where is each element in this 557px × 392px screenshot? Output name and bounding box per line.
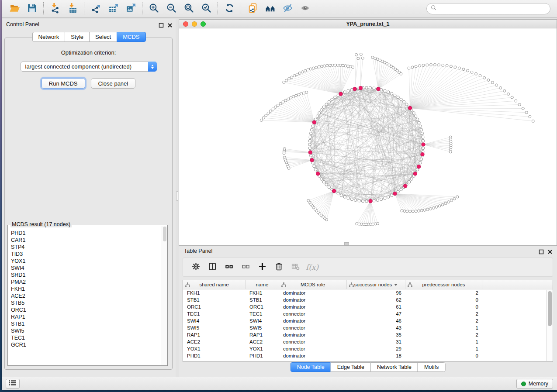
network-node[interactable]: [373, 87, 375, 89]
network-node[interactable]: [287, 167, 290, 169]
float-panel-icon[interactable]: [159, 22, 164, 30]
network-node[interactable]: [293, 75, 296, 77]
open-file-button[interactable]: [6, 1, 23, 16]
mcds-result-item[interactable]: TEC1: [11, 334, 161, 341]
network-node[interactable]: [313, 165, 315, 168]
mcds-result-item[interactable]: SRD1: [11, 272, 161, 279]
column-header-mcds-role[interactable]: MCDS role: [279, 280, 347, 289]
table-row[interactable]: TEC1TEC1connector472: [183, 310, 553, 317]
network-node[interactable]: [331, 64, 334, 66]
zoom-in-button[interactable]: [145, 1, 163, 16]
network-node[interactable]: [401, 210, 403, 212]
mcds-result-item[interactable]: GCR1: [11, 341, 161, 348]
network-node[interactable]: [403, 210, 406, 213]
network-node[interactable]: [334, 96, 336, 99]
table-row[interactable]: ACE2ACE2connector311: [183, 338, 553, 345]
import-network-button[interactable]: [46, 1, 64, 16]
network-node[interactable]: [453, 197, 456, 200]
table-row[interactable]: PHD1PHD1dominator180: [183, 352, 553, 359]
delete-column-button[interactable]: [272, 261, 286, 274]
network-node[interactable]: [432, 206, 435, 209]
network-hub-node[interactable]: [369, 199, 372, 203]
network-node[interactable]: [369, 86, 371, 89]
criterion-select[interactable]: largest connected component (undirected): [21, 62, 157, 72]
network-node[interactable]: [403, 100, 405, 103]
network-node[interactable]: [352, 66, 354, 69]
mcds-result-item[interactable]: FKH1: [11, 285, 161, 292]
network-node[interactable]: [438, 64, 440, 66]
network-node[interactable]: [435, 206, 438, 208]
network-node[interactable]: [421, 132, 423, 134]
network-node[interactable]: [405, 103, 408, 106]
first-neighbors-button[interactable]: [261, 1, 279, 16]
network-node[interactable]: [307, 69, 309, 71]
mcds-result-item[interactable]: RAP1: [11, 313, 161, 320]
network-node[interactable]: [433, 63, 436, 66]
network-node[interactable]: [499, 86, 502, 89]
network-node[interactable]: [288, 78, 291, 80]
network-node[interactable]: [411, 66, 414, 69]
network-node[interactable]: [325, 103, 328, 106]
network-node[interactable]: [358, 199, 360, 202]
show-all-button[interactable]: [296, 1, 314, 16]
network-canvas[interactable]: [179, 28, 557, 245]
table-row[interactable]: YOX1YOX1connector291: [183, 345, 553, 352]
network-node[interactable]: [397, 190, 399, 193]
network-node[interactable]: [420, 158, 422, 160]
network-node[interactable]: [349, 65, 352, 68]
network-hub-node[interactable]: [393, 192, 397, 195]
mcds-result-item[interactable]: TID3: [11, 251, 161, 258]
network-node[interactable]: [303, 92, 305, 94]
close-panel-button[interactable]: Close panel: [91, 78, 136, 89]
tab-select[interactable]: Select: [89, 32, 117, 42]
network-node[interactable]: [355, 53, 358, 56]
network-node[interactable]: [298, 93, 300, 96]
network-node[interactable]: [292, 95, 295, 98]
network-node[interactable]: [350, 198, 353, 200]
network-node[interactable]: [318, 112, 321, 114]
add-column-button[interactable]: [256, 261, 269, 274]
network-node[interactable]: [518, 103, 521, 106]
network-node[interactable]: [331, 98, 333, 101]
network-node[interactable]: [409, 210, 412, 213]
network-node[interactable]: [298, 72, 301, 74]
network-node[interactable]: [417, 210, 420, 212]
network-node[interactable]: [304, 69, 307, 72]
table-row[interactable]: STB1STB1dominator620: [183, 296, 553, 303]
network-node[interactable]: [387, 196, 390, 198]
table-row[interactable]: ORC1ORC1dominator610: [183, 303, 553, 310]
table-row[interactable]: FKH1FKH1dominator962: [183, 289, 553, 296]
network-node[interactable]: [416, 118, 419, 120]
network-node[interactable]: [311, 125, 314, 127]
network-node[interactable]: [361, 200, 364, 203]
network-node[interactable]: [422, 139, 425, 142]
network-node[interactable]: [462, 68, 465, 71]
network-node[interactable]: [415, 210, 417, 213]
split-handle[interactable]: [344, 242, 349, 245]
network-node[interactable]: [450, 199, 453, 202]
mcds-result-item[interactable]: PHD1: [11, 230, 161, 237]
network-node[interactable]: [322, 106, 325, 108]
network-node[interactable]: [300, 93, 303, 95]
table-row[interactable]: RAP1RAP1dominator352: [183, 331, 553, 338]
network-node[interactable]: [309, 136, 311, 138]
network-node[interactable]: [326, 64, 329, 67]
network-hub-node[interactable]: [404, 184, 407, 188]
mcds-result-item[interactable]: ORC1: [11, 306, 161, 313]
network-hub-node[interactable]: [359, 86, 362, 90]
network-node[interactable]: [354, 199, 356, 201]
network-node[interactable]: [458, 67, 460, 69]
network-node[interactable]: [339, 64, 342, 67]
column-header-successor-nodes[interactable]: successor nodes: [347, 280, 405, 289]
network-node[interactable]: [380, 198, 382, 200]
network-node[interactable]: [487, 79, 490, 81]
network-node[interactable]: [287, 98, 290, 100]
mcds-result-item[interactable]: CAR1: [11, 237, 161, 244]
network-node[interactable]: [373, 199, 375, 202]
import-table-button[interactable]: [64, 1, 81, 16]
network-node[interactable]: [320, 65, 323, 68]
network-node[interactable]: [483, 76, 486, 79]
network-node[interactable]: [522, 107, 524, 110]
network-node[interactable]: [272, 108, 274, 110]
network-node[interactable]: [347, 197, 349, 199]
